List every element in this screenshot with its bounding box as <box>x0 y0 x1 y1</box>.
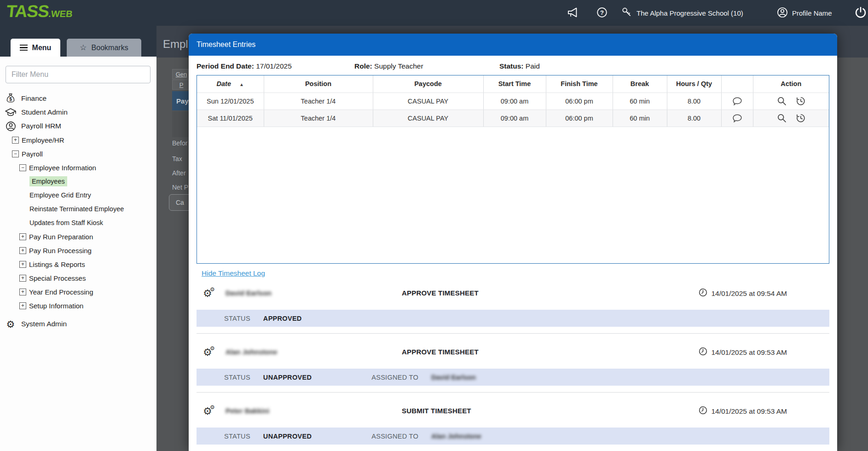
announcements-button[interactable] <box>567 0 580 26</box>
cell-start-time: 09:00 am <box>483 93 546 110</box>
log-action: SUBMIT TIMESHEET <box>402 407 471 415</box>
gears-icon: ⚙⚙ <box>203 405 219 417</box>
sidebar-item-payroll[interactable]: − Payroll <box>0 147 156 161</box>
navigation-tree: $ Finance Student Admin Payroll HRM + Em… <box>0 92 156 331</box>
person-circle-icon <box>777 7 788 19</box>
sidebar-tab-strip: Menu ☆ Bookmarks <box>0 26 156 57</box>
magnifier-icon[interactable] <box>777 113 787 123</box>
sidebar-item-system-admin[interactable]: ⚙ System Admin <box>0 317 156 331</box>
cell-hours-qty: 8.00 <box>667 110 721 127</box>
clock-icon <box>699 406 707 416</box>
speech-bubble-icon[interactable] <box>732 97 742 106</box>
role: Role: Supply Teacher <box>354 62 423 70</box>
column-header-start-time[interactable]: Start Time <box>483 75 546 93</box>
sidebar-item-employee-information[interactable]: − Employee Information <box>0 161 156 174</box>
sidebar-item-setup-information[interactable]: + Setup Information <box>0 299 156 312</box>
sidebar-item-pay-run-processing[interactable]: + Pay Run Processing <box>0 243 156 257</box>
key-icon <box>621 7 632 19</box>
expand-plus-icon[interactable]: + <box>19 261 26 268</box>
collapse-minus-icon[interactable]: − <box>12 150 19 157</box>
log-status-row: STATUS UNAPPROVED ASSIGNED TO David Earl… <box>197 369 829 386</box>
hamburger-icon <box>20 45 28 51</box>
school-name: The Alpha Progressive School (10) <box>637 9 743 17</box>
cell-start-time: 09:00 am <box>483 110 546 127</box>
power-icon <box>854 6 867 20</box>
clock-icon <box>699 288 707 299</box>
expand-plus-icon[interactable]: + <box>19 233 26 240</box>
log-entry: ⚙⚙ David Earlson APPROVE TIMESHEET 14/01… <box>189 284 837 303</box>
period-end-date: Period End Date: 17/01/2025 <box>197 62 292 70</box>
clock-icon <box>699 347 707 358</box>
history-clock-icon[interactable] <box>796 96 805 106</box>
log-user-name-blurred: David Earlson <box>226 289 272 297</box>
modal-title-bar: Timesheet Entries <box>189 34 837 56</box>
filter-menu-input[interactable] <box>6 66 150 83</box>
background-tab-payroll: P <box>172 80 191 90</box>
modal-title: Timesheet Entries <box>197 40 255 49</box>
sidebar-item-reinstate-terminated-employee[interactable]: Reinstate Terminated Employee <box>0 202 156 216</box>
tab-menu[interactable]: Menu <box>11 39 60 57</box>
sidebar-item-employee-hr[interactable]: + Employee/HR <box>0 133 156 147</box>
sidebar: $ Finance Student Admin Payroll HRM + Em… <box>0 57 156 451</box>
collapse-minus-icon[interactable]: − <box>19 164 26 171</box>
magnifier-icon[interactable] <box>777 96 787 106</box>
logout-button[interactable] <box>854 0 867 26</box>
table-header-row: Date▲ Position Paycode Start Time Finish… <box>197 75 829 93</box>
cell-hours-qty: 8.00 <box>667 93 721 110</box>
column-header-break[interactable]: Break <box>613 75 667 93</box>
tab-bookmarks[interactable]: ☆ Bookmarks <box>67 39 141 57</box>
sidebar-item-student-admin[interactable]: Student Admin <box>0 105 156 119</box>
log-entry: ⚙⚙ Peter Bakkini SUBMIT TIMESHEET 14/01/… <box>189 402 837 421</box>
expand-plus-icon[interactable]: + <box>19 302 26 309</box>
gears-icon: ⚙⚙ <box>203 347 219 358</box>
background-field-label: Tax <box>172 155 182 162</box>
log-timestamp: 14/01/2025 at 09:54 AM <box>699 288 787 299</box>
history-clock-icon[interactable] <box>796 113 805 123</box>
sort-asc-icon: ▲ <box>239 82 244 87</box>
help-button[interactable]: ? <box>596 0 608 26</box>
expand-plus-icon[interactable]: + <box>19 247 26 254</box>
column-header-position[interactable]: Position <box>264 75 373 93</box>
top-bar: TASS.WEB ? The Alpha Progressive School … <box>0 0 868 26</box>
log-action: APPROVE TIMESHEET <box>402 289 479 297</box>
log-timestamp: 14/01/2025 at 09:53 AM <box>699 347 787 358</box>
log-timestamp: 14/01/2025 at 09:53 AM <box>699 406 787 416</box>
sidebar-item-payroll-hrm[interactable]: Payroll HRM <box>0 119 156 133</box>
sidebar-item-updates-from-staff-kiosk[interactable]: Updates from Staff Kiosk <box>0 216 156 230</box>
status-badge: UNAPPROVED <box>263 374 312 381</box>
column-header-hours-qty[interactable]: Hours / Qty <box>667 75 721 93</box>
timesheet-meta-row: Period End Date: 17/01/2025 Role: Supply… <box>189 62 837 73</box>
status: Status: Paid <box>499 62 540 70</box>
hide-timesheet-log-link[interactable]: Hide Timesheet Log <box>202 269 265 278</box>
cell-date: Sat 11/01/2025 <box>197 110 264 127</box>
sidebar-item-finance[interactable]: $ Finance <box>0 92 156 105</box>
expand-plus-icon[interactable]: + <box>19 289 26 295</box>
cell-position: Teacher 1/4 <box>264 110 373 127</box>
school-selector[interactable]: The Alpha Progressive School (10) <box>621 0 743 26</box>
column-header-comment <box>721 75 753 93</box>
expand-plus-icon[interactable]: + <box>12 137 19 144</box>
sidebar-item-pay-run-preparation[interactable]: + Pay Run Preparation <box>0 230 156 243</box>
column-header-date[interactable]: Date▲ <box>197 75 264 93</box>
expand-plus-icon[interactable]: + <box>19 275 26 282</box>
selected-menu-item: Employees <box>29 176 67 186</box>
sidebar-item-listings-reports[interactable]: + Listings & Reports <box>0 257 156 271</box>
tass-web-logo[interactable]: TASS.WEB <box>6 2 74 21</box>
log-status-row: STATUS APPROVED <box>197 310 829 327</box>
sidebar-item-employees[interactable]: Employees <box>0 174 156 188</box>
log-user-name-blurred: Peter Bakkini <box>226 407 269 415</box>
cell-paycode: CASUAL PAY <box>373 93 483 110</box>
column-header-finish-time[interactable]: Finish Time <box>546 75 613 93</box>
money-bag-icon: $ <box>5 93 17 104</box>
status-badge: APPROVED <box>263 315 302 322</box>
column-header-paycode[interactable]: Paycode <box>373 75 483 93</box>
sidebar-item-special-processes[interactable]: + Special Processes <box>0 271 156 285</box>
speech-bubble-icon[interactable] <box>732 114 742 123</box>
sidebar-item-employee-grid-entry[interactable]: Employee Grid Entry <box>0 188 156 202</box>
cell-finish-time: 06:00 pm <box>546 93 613 110</box>
help-icon: ? <box>596 7 608 19</box>
background-field-label: Befor <box>172 139 187 147</box>
sidebar-item-year-end-processing[interactable]: + Year End Processing <box>0 285 156 299</box>
profile-menu[interactable]: Profile Name <box>777 0 832 26</box>
gear-icon: ⚙ <box>5 319 17 329</box>
